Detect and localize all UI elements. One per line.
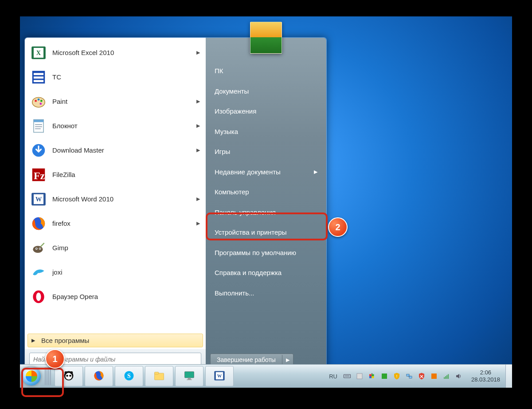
- svg-rect-58: [372, 376, 374, 378]
- svg-rect-13: [34, 119, 43, 122]
- excel-icon: X: [30, 44, 47, 61]
- svg-point-11: [39, 102, 42, 105]
- program-list: XMicrosoft Excel 2010▶TCPaint▶Блокнот▶Do…: [25, 38, 206, 332]
- svg-rect-55: [369, 374, 372, 377]
- show-desktop-button[interactable]: [505, 365, 512, 388]
- svg-rect-5: [34, 76, 43, 79]
- tray-orange-icon[interactable]: [430, 372, 438, 381]
- program-item-paint[interactable]: Paint▶: [27, 89, 204, 114]
- rightlink-1[interactable]: Документы: [209, 81, 323, 102]
- rightlink-0[interactable]: ПК: [209, 61, 323, 81]
- svg-rect-4: [34, 73, 43, 75]
- program-label: FileZilla: [52, 171, 200, 178]
- tray-wifi-icon[interactable]: [442, 372, 451, 381]
- rightlink-7[interactable]: Панель управления: [209, 202, 323, 223]
- submenu-arrow-icon: ▶: [196, 196, 200, 202]
- clock-date: 28.03.2018: [471, 376, 500, 383]
- tc-icon: [30, 69, 47, 86]
- submenu-arrow-icon: ▶: [196, 147, 200, 153]
- tray-shield-x-icon[interactable]: [417, 372, 426, 381]
- joxi-icon: [30, 264, 47, 281]
- taskbar-grip[interactable]: [45, 367, 52, 385]
- taskbar-item-firefox[interactable]: [85, 366, 113, 386]
- program-label: Download Master: [52, 146, 196, 154]
- shutdown-options-arrow[interactable]: ▶: [282, 355, 293, 365]
- svg-rect-61: [407, 374, 409, 377]
- rightlink-label: Справка и поддержка: [215, 269, 282, 276]
- all-programs-button[interactable]: ▶ Все программы: [27, 334, 203, 347]
- program-item-opera[interactable]: Браузер Opera: [27, 284, 204, 309]
- annotation-badge-2: 2: [328, 217, 348, 237]
- program-label: Microsoft Excel 2010: [52, 49, 196, 56]
- rightlink-label: Недавние документы: [215, 168, 281, 176]
- rightlink-9[interactable]: Программы по умолчанию: [209, 243, 323, 263]
- svg-rect-66: [445, 376, 446, 379]
- program-item-joxi[interactable]: joxi: [27, 260, 204, 284]
- rightlink-2[interactable]: Изображения: [209, 101, 323, 122]
- rightlink-10[interactable]: Справка и поддержка: [209, 263, 323, 283]
- rightlink-3[interactable]: Музыка: [209, 122, 323, 142]
- word-icon: W: [213, 370, 226, 383]
- rightlink-6[interactable]: Компьютер: [209, 182, 323, 202]
- svg-point-24: [33, 246, 43, 253]
- notepad-icon: [30, 118, 47, 134]
- start-menu-left-pane: XMicrosoft Excel 2010▶TCPaint▶Блокнот▶Do…: [25, 38, 206, 371]
- program-item-notepad[interactable]: Блокнот▶: [27, 114, 204, 138]
- program-item-tc[interactable]: TC: [27, 65, 204, 89]
- program-label: Gimp: [52, 244, 200, 252]
- svg-rect-65: [444, 377, 445, 379]
- program-label: Paint: [52, 98, 196, 105]
- program-label: Браузер Opera: [52, 293, 200, 300]
- program-item-excel[interactable]: XMicrosoft Excel 2010▶: [27, 40, 204, 65]
- rightlink-label: Программы по умолчанию: [215, 249, 296, 256]
- svg-text:W: W: [35, 195, 42, 202]
- windows-orb-icon: [22, 367, 41, 385]
- tray-net-icon[interactable]: [405, 372, 414, 381]
- submenu-arrow-icon: ▶: [196, 98, 200, 104]
- taskbar-item-display[interactable]: [175, 366, 203, 386]
- program-item-word[interactable]: WMicrosoft Word 2010▶: [27, 187, 204, 211]
- svg-point-28: [39, 248, 40, 249]
- program-item-firefox[interactable]: firefox▶: [27, 211, 204, 236]
- tray-shield-warn-icon[interactable]: !: [392, 372, 401, 381]
- program-item-dm[interactable]: Download Master▶: [27, 138, 204, 162]
- rightlink-5[interactable]: Недавние документы▶: [209, 162, 323, 182]
- rightlink-8[interactable]: Устройства и принтеры: [209, 222, 323, 243]
- display-icon: [183, 370, 196, 383]
- opera-icon: [30, 288, 47, 305]
- svg-rect-64: [431, 374, 437, 379]
- svg-text:X: X: [36, 49, 41, 56]
- start-menu: XMicrosoft Excel 2010▶TCPaint▶Блокнот▶Do…: [24, 37, 327, 372]
- user-avatar[interactable]: [250, 22, 282, 54]
- taskbar-clock[interactable]: 2:06 28.03.2018: [466, 369, 505, 384]
- rightlink-11[interactable]: Выполнить...: [209, 283, 323, 303]
- tray-green-icon[interactable]: [380, 372, 389, 381]
- tray-volume-icon[interactable]: [454, 372, 463, 381]
- program-label: Блокнот: [52, 122, 196, 130]
- svg-point-37: [65, 371, 67, 374]
- taskbar-item-panda[interactable]: [55, 366, 83, 386]
- submenu-arrow-icon: ▶: [196, 123, 200, 129]
- svg-rect-44: [185, 371, 194, 378]
- svg-rect-68: [448, 374, 449, 379]
- clock-time: 2:06: [471, 369, 500, 376]
- taskbar-item-skype[interactable]: S: [115, 366, 143, 386]
- rightlink-4[interactable]: Игры: [209, 142, 323, 162]
- program-item-gimp[interactable]: Gimp: [27, 236, 204, 260]
- svg-rect-67: [446, 375, 447, 379]
- program-item-filezilla[interactable]: FzFileZilla: [27, 162, 204, 187]
- filezilla-icon: Fz: [30, 166, 47, 183]
- taskbar-item-word[interactable]: W: [205, 366, 234, 386]
- taskbar: SW RU ! 2:06 28.03.2018: [20, 364, 512, 388]
- language-indicator[interactable]: RU: [326, 371, 340, 381]
- tray-box-icon[interactable]: [355, 372, 364, 381]
- svg-rect-46: [187, 379, 192, 380]
- tray-flag-icon[interactable]: [368, 372, 376, 381]
- svg-point-10: [40, 100, 43, 102]
- start-button[interactable]: [20, 365, 43, 388]
- tray-keyboard-icon[interactable]: [343, 372, 352, 381]
- taskbar-item-explorer[interactable]: [145, 366, 173, 386]
- submenu-arrow-icon: ▶: [314, 169, 317, 175]
- svg-text:S: S: [127, 372, 131, 379]
- program-label: firefox: [52, 220, 196, 227]
